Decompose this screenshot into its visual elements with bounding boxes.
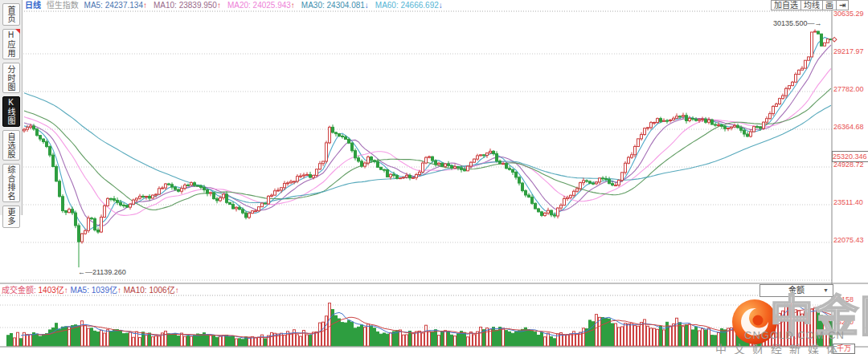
turnover-label: 成交金额: [2,286,39,295]
amount-selector-dropdown[interactable]: 金额 ▼ [760,284,833,297]
sidebar-item-H应用[interactable]: H应用 [2,29,20,59]
kline-app: 日线 恒生指数 MA5: 24237.134↑MA10: 23839.950↑M… [0,0,868,354]
volume-header: 成交金额: 1403亿↑ MA5: 1039亿↑ MA10: 1006亿↑ [2,285,179,295]
axis-tick-label: 30635.29 [833,10,867,18]
sidebar-item-分时图[interactable]: 分时图 [2,63,20,93]
turnover-value: 1403亿 [39,286,64,295]
sidebar-item-更多[interactable]: 更多 [2,205,20,228]
sidebar-item-首页[interactable]: 首页 [2,3,20,26]
symbol-label: 恒生指数 [47,1,79,10]
amount-selector-label: 金额 [788,286,805,295]
sidebar-item-K线图[interactable]: K线图 [2,96,20,127]
ma-legend-item: MA5: 24237.134↑ [84,1,150,10]
ma-legend-item: MA10: 23839.950↑ [154,1,224,10]
last-price-box: 25320.346 [832,151,868,162]
collapse-panel-icon[interactable]: ⇥ [836,0,849,10]
ma-legend: MA5: 24237.134↑MA10: 23839.950↑MA20: 240… [84,1,449,10]
kline-chart-canvas [0,0,868,354]
chevron-down-icon: ▼ [823,285,829,296]
ma-legend-item: MA30: 24304.081↓ [301,1,372,10]
toolbar-button-draw[interactable]: 画 [822,0,837,10]
axis-tick-label: 30158 [833,295,867,303]
axis-tick-label: 22075.43 [833,236,867,244]
sidebar-item-自选股[interactable]: 自选股 [2,130,20,161]
chart-toolbar: 加自选均线画⇥ [772,0,849,10]
volume-ma10-value: MA10: 1006亿 [124,286,175,295]
axis-tick-label: 15220 [833,318,867,326]
sidebar-item-综合排名[interactable]: 综合排名 [2,164,20,202]
up-arrow-icon: ↑ [175,286,179,295]
toolbar-button-add-watchlist[interactable]: 加自选 [771,0,801,10]
axis-tick-label: 26364.68 [833,123,867,131]
ma-legend-item: MA60: 24666.692↓ [375,1,446,10]
volume-ma5-value: MA5: 1039亿 [71,286,117,295]
sidebar: 首页H应用分时图K线图自选股综合排名更多 [0,0,23,215]
chart-legend: 日线 恒生指数 MA5: 24237.134↑MA10: 23839.950↑M… [25,0,452,11]
up-arrow-icon: ↑ [64,286,68,295]
ma-legend-item: MA20: 24025.943↑ [227,1,298,10]
low-annotation: ←—21139.260 [78,268,126,276]
high-annotation: 30135.500—→ [773,19,822,27]
axis-tick-label: 23511.40 [833,198,867,206]
volume-unit-label: 千万 [833,344,855,354]
period-label[interactable]: 日线 [25,1,41,10]
axis-tick-label: 29217.97 [833,47,867,55]
up-arrow-icon: ↑ [117,286,121,295]
toolbar-button-ma-toggle[interactable]: 均线 [800,0,823,10]
axis-tick-label: 27782.00 [833,85,867,93]
red-badge-icon [15,29,20,34]
